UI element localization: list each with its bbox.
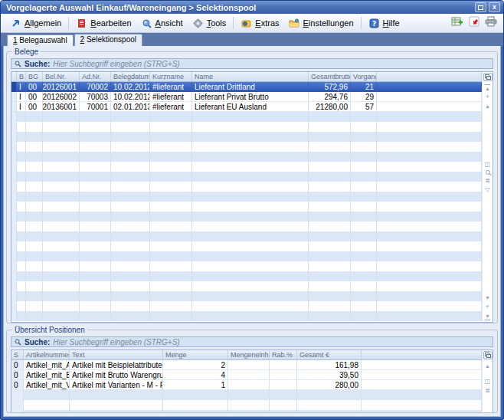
empty-table-row — [11, 301, 482, 311]
menu-hilfe[interactable]: ? Hilfe — [364, 16, 404, 30]
col-belegdatum[interactable]: Belegdatum — [111, 72, 150, 81]
menu-allgemein[interactable]: Allgemein — [5, 16, 66, 30]
svg-text:?: ? — [371, 20, 375, 28]
table-row[interactable]: I 00 20126002 70003 10.02.2012 /Fr #lief… — [11, 92, 482, 102]
tab-belegauswahl[interactable]: 1 Belegauswahl — [7, 34, 74, 46]
empty-rows — [11, 112, 482, 321]
empty-rows — [11, 390, 482, 413]
positionen-table: S Artikelnummer Text Menge Mengeneinheit… — [11, 349, 493, 413]
menu-separator — [233, 17, 234, 29]
belege-search-input[interactable]: Suche: Hier Suchbegriff eingeben (STRG+S… — [11, 58, 493, 69]
tab-selektionspool[interactable]: 2 Selektionspool — [74, 34, 142, 46]
tools-icon — [192, 18, 204, 28]
col-kurzname[interactable]: Kurzname — [150, 72, 192, 81]
empty-table-row — [11, 112, 482, 122]
arrow-ne-icon — [10, 18, 21, 28]
positionen-group-label: Übersicht Positionen — [12, 326, 87, 334]
col-text[interactable]: Text — [70, 350, 163, 359]
close-button[interactable]: x — [489, 2, 500, 12]
export-button[interactable] — [466, 16, 482, 30]
table-row[interactable]: 0 Artikel_mit_Attributen Artikel mit Bei… — [11, 360, 482, 370]
filter-icon[interactable]: ▽ — [485, 186, 489, 193]
col-gesamtbrutto[interactable]: Gesamtbrutto — [309, 72, 351, 81]
table-row[interactable]: 0 Artikel_mit_Brutto_W( Artikel mit Brut… — [11, 370, 482, 380]
col-vorgang[interactable]: Vorgang — [351, 72, 377, 81]
menu-separator — [68, 17, 69, 29]
empty-table-row — [11, 182, 482, 192]
page-down-icon[interactable]: + — [486, 304, 489, 311]
menu-bearbeiten[interactable]: Bearbeiten — [71, 16, 136, 30]
positionen-group: Übersicht Positionen Suche: Hier Suchbeg… — [6, 326, 498, 413]
table-export-icon — [451, 16, 463, 31]
menu-label: Ansicht — [155, 18, 183, 28]
columns-icon[interactable]: ◫ — [485, 378, 491, 385]
col-artikelnummer[interactable]: Artikelnummer — [24, 350, 70, 359]
menu-ansicht[interactable]: Ansicht — [136, 16, 188, 30]
search-icon — [15, 335, 21, 349]
menu-label: Bearbeiten — [90, 18, 131, 28]
empty-table-row — [11, 142, 482, 152]
first-record-icon[interactable]: ▲ — [485, 84, 490, 92]
menu-separator — [361, 17, 362, 29]
edit-book-icon — [76, 18, 87, 28]
print-button[interactable] — [483, 16, 499, 30]
main-panel: Belege Suche: Hier Suchbegriff eingeben … — [3, 46, 501, 417]
empty-table-row — [11, 271, 482, 281]
positionen-search-input[interactable]: Suche: Hier Suchbegriff eingeben (STRG+S… — [11, 336, 493, 347]
tab-label: 1 Belegauswahl — [13, 36, 67, 44]
empty-table-row — [11, 212, 482, 221]
page-up-icon[interactable]: + — [486, 94, 489, 101]
sort-icon[interactable]: ≣ — [485, 177, 490, 184]
menu-extras[interactable]: Extras — [236, 16, 283, 30]
empty-table-row — [11, 132, 482, 142]
col-adnr[interactable]: Ad.Nr. — [80, 72, 111, 81]
col-rabatt[interactable]: Rab.% — [270, 350, 297, 359]
extras-icon — [241, 18, 252, 28]
search-label: Suche: — [25, 60, 50, 68]
col-b[interactable]: B — [17, 72, 26, 81]
col-mengeneinheit[interactable]: Mengeneinheit — [228, 350, 270, 359]
table-row[interactable]: I 00 20136001 70001 02.01.2013 /Mi #lief… — [11, 102, 482, 112]
empty-table-row — [11, 162, 482, 172]
table-export-button[interactable] — [450, 16, 465, 30]
menu-label: Hilfe — [383, 18, 400, 28]
empty-table-row — [11, 221, 482, 231]
empty-table-row — [11, 172, 482, 182]
col-s[interactable]: S — [11, 350, 24, 359]
search-placeholder: Hier Suchbegriff eingeben (STRG+S) — [53, 60, 179, 68]
prev-record-icon[interactable]: ▲ — [485, 103, 490, 110]
col-bg[interactable]: BG — [26, 72, 43, 81]
col-menge[interactable]: Menge — [163, 350, 228, 359]
col-gesamt[interactable]: Gesamt € — [297, 350, 362, 359]
next-record-icon[interactable]: ▼ — [485, 294, 490, 302]
positionen-table-header: S Artikelnummer Text Menge Mengeneinheit… — [11, 350, 482, 360]
col-belnr[interactable]: Bel.Nr. — [43, 72, 80, 81]
menu-label: Einstellungen — [303, 18, 354, 28]
table-row[interactable]: I 00 20126001 70002 10.02.2012 /Fr #lief… — [11, 82, 482, 92]
empty-table-row — [11, 231, 482, 241]
belege-table: B BG Bel.Nr. Ad.Nr. Belegdatum Kurzname … — [11, 71, 493, 323]
col-name[interactable]: Name — [192, 72, 309, 81]
empty-table-row — [11, 261, 482, 271]
columns-icon[interactable]: ◫ — [485, 161, 491, 168]
column-chooser-button[interactable] — [483, 351, 493, 359]
prev-record-icon[interactable]: ▲ — [485, 363, 490, 370]
empty-table-row — [11, 281, 482, 291]
belege-group-label: Belege — [12, 48, 41, 56]
sort-icon[interactable]: ≣ — [485, 387, 490, 394]
window-title: Vorgelagerte Auswahl Einkauf/Wareneingan… — [6, 3, 473, 12]
menu-einstellungen[interactable]: Einstellungen — [284, 16, 358, 30]
menu-tools[interactable]: Tools — [188, 16, 231, 30]
table-search-icon[interactable] — [486, 170, 490, 175]
column-chooser-button[interactable] — [483, 73, 493, 81]
last-record-icon[interactable]: ▼ — [485, 313, 490, 320]
restore-button[interactable] — [475, 2, 486, 12]
menu-label: Tools — [207, 18, 227, 28]
table-row[interactable]: 0 Artikel_mit_Varianten. Artikel mit Var… — [11, 380, 482, 390]
belege-nav-strip: ▲ + ▲ ◫ ≣ ▽ ▼ + ▼ — [482, 72, 493, 322]
empty-table-row — [11, 122, 482, 132]
view-icon — [141, 18, 152, 28]
next-record-icon[interactable]: ▼ — [485, 410, 490, 413]
empty-table-row — [11, 192, 482, 202]
print-icon — [485, 16, 497, 30]
